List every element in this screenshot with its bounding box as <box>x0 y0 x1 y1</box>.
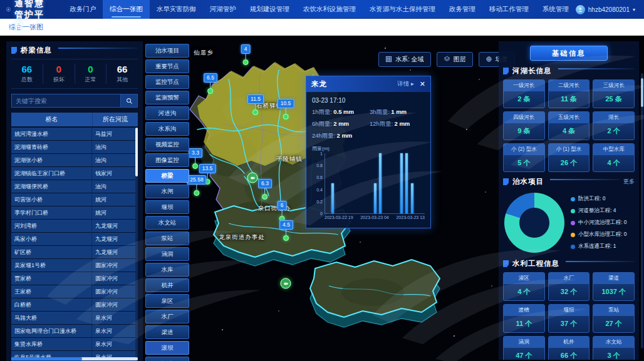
layer-menu-item[interactable]: 河道沟 <box>145 106 189 120</box>
layer-menu-item[interactable]: 监测预警 <box>145 91 189 104</box>
more-link[interactable]: 更多 <box>623 178 635 186</box>
bridge-table: 桥名所在河流 姚河湾漫水桥马益河泥湖堰青砖桥油沟泥湖张小桥油沟泥湖镇临王家门口桥… <box>11 113 138 361</box>
layer-menu-item[interactable]: 渠道 <box>145 325 189 339</box>
map-marker[interactable]: 6.5 <box>204 73 217 94</box>
layer-menu-item[interactable]: 堰坝 <box>145 200 189 214</box>
donut-hole <box>519 208 549 238</box>
layer-menu-item[interactable]: 视频监控 <box>145 138 189 151</box>
nav-tab[interactable]: 系统管理 <box>536 0 576 19</box>
table-row[interactable]: 矿区桥九龙堰河 <box>11 246 138 258</box>
map-marker[interactable]: 6 <box>278 201 287 221</box>
table-row[interactable]: 泥湖镇临王家门口桥钱家河 <box>11 167 138 180</box>
nav-tab[interactable]: 水资源与水土保持管理 <box>363 0 442 19</box>
nav-tab[interactable]: 政务门户 <box>63 0 103 19</box>
map-marker[interactable]: 4.5 <box>279 220 293 241</box>
nav-tab[interactable]: 综合一张图 <box>103 0 150 19</box>
table-row[interactable]: 集贤水库桥泉水河 <box>11 338 138 350</box>
table-row[interactable]: 泥湖堰青砖桥油沟 <box>11 141 138 153</box>
map-control-layers[interactable]: 图层 <box>437 52 473 67</box>
nav-tab[interactable]: 规划建设管理 <box>243 0 296 19</box>
table-row[interactable]: 国家电网理合门口漫水桥泉水河 <box>11 325 138 337</box>
table-row[interactable]: 王家桥圆家冲河 <box>11 285 138 298</box>
table-row[interactable]: 泥湖堰便民桥油沟 <box>11 180 138 193</box>
table-row[interactable]: 司营张小桥姚河 <box>11 193 138 206</box>
map-control-grid[interactable]: 水系: 全域 <box>378 52 431 67</box>
river-cell: 九龙堰河 <box>91 220 138 232</box>
layer-menu-item[interactable]: 治水项目 <box>145 44 189 58</box>
card-label: 泵站 <box>593 305 634 316</box>
table-row[interactable]: 吴家堰1号桥圆家冲河 <box>11 259 138 272</box>
search-button[interactable] <box>121 94 138 108</box>
bridge-name-cell: 司营张小桥 <box>11 193 91 206</box>
table-row[interactable]: 泥湖张小桥油沟 <box>11 154 138 166</box>
table-horizontal-scrollbar[interactable] <box>11 357 138 360</box>
card-value: 25 条 <box>593 91 634 108</box>
marker-pin-icon <box>192 163 198 169</box>
marker-pin-icon <box>283 114 288 119</box>
river-cell: 泉水河 <box>91 325 138 337</box>
table-row[interactable]: 白桥桥圆家冲河 <box>11 298 138 311</box>
layer-menu-item[interactable]: 水厂 <box>145 310 189 323</box>
water-project-section: 治水项目 更多 防洪工程: 0河道整治工程: 4中小河流治理工程: 0小型水库治… <box>503 177 635 254</box>
section-corner-icon <box>503 260 509 267</box>
river-cell: 圆家冲河 <box>91 272 138 285</box>
page-scrollbar[interactable] <box>641 73 643 348</box>
nav-tab[interactable]: 农饮水利设施管理 <box>296 0 363 19</box>
table-row[interactable]: 河刘湾桥九龙堰河 <box>11 220 138 232</box>
camera-marker[interactable] <box>247 173 258 183</box>
bridge-name-cell: 河刘湾桥 <box>11 220 91 232</box>
map-marker[interactable]: 4 <box>241 44 251 65</box>
info-card: 湖长2 个 <box>593 111 635 140</box>
layer-menu-item[interactable]: 水文站 <box>145 216 189 230</box>
user-menu[interactable]: hhzb42080201 ▾ <box>576 5 644 14</box>
layer-menu-item[interactable]: 桥梁 <box>145 169 189 183</box>
nav-tab[interactable]: 水旱灾害防御 <box>150 0 203 19</box>
layer-menu-item[interactable]: 堤防 <box>145 357 189 361</box>
card-value: 32 个 <box>549 284 589 300</box>
bridge-name-cell: 李学村门口桥 <box>11 206 91 219</box>
bridge-panel-title: 桥梁信息 <box>11 46 138 55</box>
marker-pin-icon <box>262 194 267 200</box>
camera-marker[interactable] <box>281 278 291 289</box>
project-legend: 防洪工程: 0河道整治工程: 4中小河流治理工程: 0小型水库治理工程: 0水系… <box>571 195 626 250</box>
table-row[interactable]: 禹家小桥九龙堰河 <box>11 233 138 245</box>
control-label: 图层 <box>454 55 466 64</box>
legend-dot-icon <box>571 197 575 201</box>
layer-menu-item[interactable]: 泉区 <box>145 294 189 308</box>
nav-tab[interactable]: 河湖管护 <box>203 0 243 19</box>
table-row[interactable]: 李学村门口桥姚河 <box>11 206 138 219</box>
layer-menu-item[interactable]: 水系沟 <box>145 122 189 136</box>
right-panel: 基础信息 河湖长信息 一级河长2 条二级河长11 条三级河长25 条四级河长9 … <box>499 41 639 360</box>
table-row[interactable]: 马路大桥泉水河 <box>11 312 138 324</box>
layer-menu-item[interactable]: 图像监控 <box>145 153 189 167</box>
map-marker[interactable]: 25.58 <box>187 175 206 196</box>
close-icon[interactable]: ✕ <box>420 81 425 88</box>
map-marker[interactable]: 11.5 <box>247 94 264 115</box>
basic-info-button[interactable]: 基础信息 <box>530 46 608 61</box>
table-vertical-scrollbar[interactable] <box>135 128 138 361</box>
layer-menu-item[interactable]: 水库 <box>145 263 189 277</box>
nav-tab[interactable]: 移动工作管理 <box>482 0 536 19</box>
marker-value-tag: 6.5 <box>204 73 217 83</box>
layer-menu-item[interactable]: 监控节点 <box>145 75 189 89</box>
layer-menu-item[interactable]: 滚坝 <box>145 341 189 355</box>
layer-menu-item[interactable]: 水闸 <box>145 185 189 198</box>
nav-tab[interactable]: 政务管理 <box>442 0 482 19</box>
map-marker[interactable]: 10.5 <box>278 99 294 119</box>
rain-bar <box>400 153 403 213</box>
card-value: 4 条 <box>549 123 589 140</box>
layer-menu-item[interactable]: 泵站 <box>145 231 189 245</box>
map-marker[interactable]: 6.3 <box>258 179 272 200</box>
table-row[interactable]: 贾家桥圆家冲河 <box>11 272 138 285</box>
info-card: 二级河长11 条 <box>548 79 590 108</box>
table-row[interactable]: 姚河湾漫水桥马益河 <box>11 128 138 140</box>
layer-menu-item[interactable]: 机井 <box>145 278 189 292</box>
search-input[interactable] <box>11 94 121 108</box>
layer-menu-item[interactable]: 涵洞 <box>145 247 189 261</box>
chevron-down-icon: ▾ <box>633 7 635 13</box>
legend-dot-icon <box>571 209 575 213</box>
legend-item: 水系连通工程: 1 <box>571 243 626 250</box>
card-label: 三级河长 <box>593 80 634 91</box>
popup-detail-link[interactable]: 详情 ▸ <box>397 80 413 88</box>
layer-menu-item[interactable]: 重要节点 <box>145 59 189 73</box>
